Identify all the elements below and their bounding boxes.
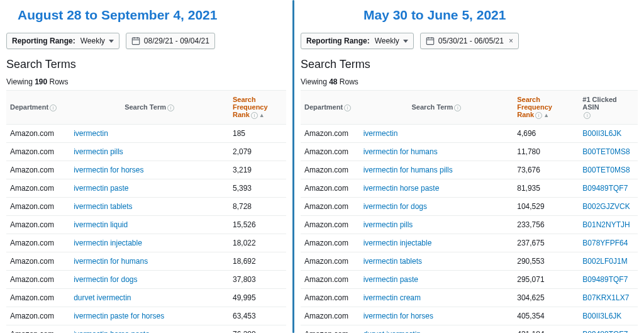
cell-asin[interactable]: B07KRX1LX7 (579, 288, 638, 307)
cell-department: Amazon.com (301, 161, 360, 179)
cell-department: Amazon.com (301, 197, 360, 215)
cell-search-term[interactable]: durvet ivermectin (70, 288, 229, 307)
col-header-department[interactable]: Departmenti (6, 91, 70, 125)
cell-asin[interactable]: B002GJZVCK (579, 197, 638, 215)
cell-search-term[interactable]: ivermectin injectable (360, 234, 514, 252)
col-header-department[interactable]: Departmenti (301, 91, 360, 125)
table-row: Amazon.comivermectin for horses405,354B0… (301, 307, 638, 325)
cell-department: Amazon.com (301, 179, 360, 197)
cell-department: Amazon.com (301, 307, 360, 325)
cell-search-term[interactable]: ivermectin horse paste (360, 179, 514, 197)
cell-search-term[interactable]: ivermectin pills (70, 142, 229, 161)
cell-search-term[interactable]: ivermectin liquid (70, 215, 229, 234)
cell-asin[interactable]: B09489TQF7 (579, 270, 638, 288)
cell-search-term[interactable]: ivermectin for humans (360, 142, 514, 161)
cell-search-term[interactable]: ivermectin for horses (360, 307, 514, 325)
reporting-range-dropdown[interactable]: Reporting Range: Weekly (301, 33, 414, 49)
cell-search-term[interactable]: ivermectin tablets (70, 197, 229, 215)
cell-department: Amazon.com (6, 215, 70, 234)
svg-rect-0 (132, 38, 139, 45)
cell-search-term[interactable]: ivermectin for horses (70, 161, 229, 179)
cell-rank: 2,079 (229, 142, 286, 161)
info-icon[interactable]: i (454, 104, 461, 111)
cell-department: Amazon.com (6, 124, 70, 142)
panel-left: August 28 to September 4, 2021 Reporting… (0, 0, 292, 333)
cell-search-term[interactable]: ivermectin for dogs (70, 270, 229, 288)
cell-department: Amazon.com (301, 270, 360, 288)
info-icon[interactable]: i (50, 104, 57, 111)
table-row: Amazon.comivermectin for humans11,780B00… (301, 142, 638, 161)
col-header-search-term[interactable]: Search Termi (70, 91, 229, 125)
cell-asin[interactable]: B01N2NYTJH (579, 215, 638, 234)
cell-search-term[interactable]: durvet ivermectin (360, 325, 514, 333)
cell-rank: 405,354 (513, 307, 579, 325)
cell-asin[interactable]: B09489TQF7 (579, 179, 638, 197)
cell-search-term[interactable]: ivermectin for humans pills (360, 161, 514, 179)
comparison-container: August 28 to September 4, 2021 Reporting… (0, 0, 644, 333)
col-header-search-term[interactable]: Search Termi (360, 91, 514, 125)
cell-department: Amazon.com (6, 325, 70, 333)
table-row: Amazon.comivermectin tablets8,728 (6, 197, 286, 215)
date-range-picker[interactable]: 05/30/21 - 06/05/21 × (420, 33, 519, 49)
info-icon[interactable]: i (344, 104, 351, 111)
info-icon[interactable]: i (251, 112, 258, 119)
cell-rank: 295,071 (513, 270, 579, 288)
cell-search-term[interactable]: ivermectin injectable (70, 234, 229, 252)
cell-asin[interactable]: B00II3L6JK (579, 124, 638, 142)
cell-asin[interactable]: B00TET0MS8 (579, 161, 638, 179)
reporting-range-dropdown[interactable]: Reporting Range: Weekly (6, 33, 119, 49)
cell-rank: 81,935 (513, 179, 579, 197)
cell-rank: 76,200 (229, 325, 286, 333)
cell-asin[interactable]: B002LF0J1M (579, 252, 638, 270)
sort-asc-icon: ▲ (543, 112, 549, 118)
cell-search-term[interactable]: ivermectin (360, 124, 514, 142)
cell-search-term[interactable]: ivermectin paste for horses (70, 307, 229, 325)
reporting-range-label: Reporting Range: (12, 37, 75, 45)
info-icon[interactable]: i (584, 112, 591, 119)
table-header-row: Departmenti Search Termi Search Frequenc… (6, 91, 286, 125)
cell-rank: 15,526 (229, 215, 286, 234)
table-row: Amazon.comivermectin for humans pills73,… (301, 161, 638, 179)
cell-search-term[interactable]: ivermectin for dogs (360, 197, 514, 215)
table-row: Amazon.comivermectin paste5,393 (6, 179, 286, 197)
panel-right-title: May 30 to June 5, 2021 (364, 8, 638, 23)
cell-rank: 185 (229, 124, 286, 142)
cell-search-term[interactable]: ivermectin paste (360, 270, 514, 288)
cell-asin[interactable]: B078YFPF64 (579, 234, 638, 252)
info-icon[interactable]: i (535, 112, 542, 119)
col-header-rank[interactable]: Search Frequency Ranki▲ (513, 91, 579, 125)
cell-rank: 37,803 (229, 270, 286, 288)
cell-search-term[interactable]: ivermectin for humans (70, 252, 229, 270)
cell-department: Amazon.com (301, 215, 360, 234)
cell-search-term[interactable]: ivermectin horse paste (70, 325, 229, 333)
cell-search-term[interactable]: ivermectin cream (360, 288, 514, 307)
table-row: Amazon.comivermectin for dogs104,529B002… (301, 197, 638, 215)
table-row: Amazon.comivermectin cream304,625B07KRX1… (301, 288, 638, 307)
cell-department: Amazon.com (301, 288, 360, 307)
cell-asin[interactable]: B00TET0MS8 (579, 142, 638, 161)
cell-department: Amazon.com (6, 179, 70, 197)
col-header-rank[interactable]: Search Frequency Ranki▲ (229, 91, 286, 125)
close-icon[interactable]: × (508, 37, 513, 45)
cell-search-term[interactable]: ivermectin tablets (360, 252, 514, 270)
info-icon[interactable]: i (167, 104, 174, 111)
table-row: Amazon.comivermectin pills233,756B01N2NY… (301, 215, 638, 234)
date-range-picker[interactable]: 08/29/21 - 09/04/21 (126, 33, 215, 49)
viewing-rows-right: Viewing 48 Rows (301, 77, 638, 86)
cell-search-term[interactable]: ivermectin (70, 124, 229, 142)
table-row: Amazon.comivermectin horse paste76,200 (6, 325, 286, 333)
cell-search-term[interactable]: ivermectin pills (360, 215, 514, 234)
cell-asin[interactable]: B00II3L6JK (579, 307, 638, 325)
cell-department: Amazon.com (301, 142, 360, 161)
table-row: Amazon.comdurvet ivermectin431,184B09489… (301, 325, 638, 333)
cell-asin[interactable]: B09489TQF7 (579, 325, 638, 333)
cell-rank: 5,393 (229, 179, 286, 197)
cell-search-term[interactable]: ivermectin paste (70, 179, 229, 197)
section-heading-left: Search Terms (6, 58, 286, 71)
date-range-value: 08/29/21 - 09/04/21 (144, 37, 209, 45)
cell-department: Amazon.com (301, 325, 360, 333)
table-header-row: Departmenti Search Termi Search Frequenc… (301, 91, 638, 125)
cell-rank: 18,692 (229, 252, 286, 270)
cell-rank: 431,184 (513, 325, 579, 333)
col-header-asin[interactable]: #1 Clicked ASINi (579, 91, 638, 125)
